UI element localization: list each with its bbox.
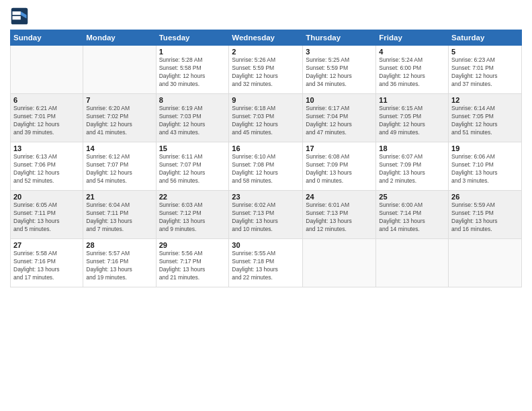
day-number: 21 xyxy=(86,193,152,201)
day-number: 4 xyxy=(379,48,445,56)
day-number: 17 xyxy=(306,144,373,152)
day-info: Sunrise: 5:57 AM Sunset: 7:16 PM Dayligh… xyxy=(86,250,152,282)
day-number: 3 xyxy=(306,48,373,56)
calendar-cell xyxy=(376,239,449,287)
col-header-thursday: Thursday xyxy=(303,30,376,46)
calendar-cell: 5Sunrise: 6:23 AM Sunset: 7:01 PM Daylig… xyxy=(449,46,522,94)
day-number: 27 xyxy=(13,241,80,249)
day-info: Sunrise: 6:17 AM Sunset: 7:04 PM Dayligh… xyxy=(306,105,373,137)
col-header-saturday: Saturday xyxy=(449,30,522,46)
svg-rect-3 xyxy=(13,16,21,19)
day-number: 9 xyxy=(232,96,300,104)
calendar-cell: 29Sunrise: 5:56 AM Sunset: 7:17 PM Dayli… xyxy=(156,239,229,287)
day-number: 10 xyxy=(306,96,373,104)
calendar-cell: 15Sunrise: 6:11 AM Sunset: 7:07 PM Dayli… xyxy=(156,142,229,191)
col-header-friday: Friday xyxy=(376,30,449,46)
day-info: Sunrise: 6:04 AM Sunset: 7:11 PM Dayligh… xyxy=(86,201,152,234)
day-number: 18 xyxy=(379,144,445,152)
calendar-cell: 20Sunrise: 6:05 AM Sunset: 7:11 PM Dayli… xyxy=(11,191,83,239)
header xyxy=(10,7,522,26)
calendar-cell: 16Sunrise: 6:10 AM Sunset: 7:08 PM Dayli… xyxy=(229,142,303,191)
day-number: 30 xyxy=(232,241,300,249)
calendar-cell: 30Sunrise: 5:55 AM Sunset: 7:18 PM Dayli… xyxy=(229,239,303,287)
calendar-cell: 21Sunrise: 6:04 AM Sunset: 7:11 PM Dayli… xyxy=(83,191,156,239)
day-info: Sunrise: 6:12 AM Sunset: 7:07 PM Dayligh… xyxy=(86,153,152,185)
calendar-cell xyxy=(11,46,83,94)
day-number: 16 xyxy=(232,144,300,152)
day-info: Sunrise: 5:26 AM Sunset: 5:59 PM Dayligh… xyxy=(232,56,300,89)
calendar: SundayMondayTuesdayWednesdayThursdayFrid… xyxy=(10,30,522,287)
day-info: Sunrise: 5:56 AM Sunset: 7:17 PM Dayligh… xyxy=(159,250,226,282)
day-number: 15 xyxy=(159,144,226,152)
day-number: 14 xyxy=(86,144,152,152)
calendar-cell: 18Sunrise: 6:07 AM Sunset: 7:09 PM Dayli… xyxy=(376,142,449,191)
day-info: Sunrise: 6:08 AM Sunset: 7:09 PM Dayligh… xyxy=(306,153,373,185)
day-number: 24 xyxy=(306,193,373,201)
calendar-cell: 9Sunrise: 6:18 AM Sunset: 7:03 PM Daylig… xyxy=(229,94,303,142)
day-info: Sunrise: 5:24 AM Sunset: 6:00 PM Dayligh… xyxy=(379,56,445,89)
day-info: Sunrise: 6:07 AM Sunset: 7:09 PM Dayligh… xyxy=(379,153,445,185)
day-number: 5 xyxy=(451,48,519,56)
svg-rect-2 xyxy=(13,11,21,15)
day-info: Sunrise: 6:18 AM Sunset: 7:03 PM Dayligh… xyxy=(232,105,300,137)
day-info: Sunrise: 6:19 AM Sunset: 7:03 PM Dayligh… xyxy=(159,105,226,137)
day-number: 12 xyxy=(451,96,519,104)
calendar-cell: 2Sunrise: 5:26 AM Sunset: 5:59 PM Daylig… xyxy=(229,46,303,94)
calendar-cell: 7Sunrise: 6:20 AM Sunset: 7:02 PM Daylig… xyxy=(83,94,156,142)
logo xyxy=(10,7,32,26)
calendar-cell: 13Sunrise: 6:13 AM Sunset: 7:06 PM Dayli… xyxy=(11,142,83,191)
day-info: Sunrise: 6:14 AM Sunset: 7:05 PM Dayligh… xyxy=(451,105,519,137)
calendar-cell: 25Sunrise: 6:00 AM Sunset: 7:14 PM Dayli… xyxy=(376,191,449,239)
day-info: Sunrise: 6:05 AM Sunset: 7:11 PM Dayligh… xyxy=(13,201,80,234)
day-number: 20 xyxy=(13,193,80,201)
day-number: 13 xyxy=(13,144,80,152)
calendar-cell: 1Sunrise: 5:28 AM Sunset: 5:58 PM Daylig… xyxy=(156,46,229,94)
day-info: Sunrise: 6:11 AM Sunset: 7:07 PM Dayligh… xyxy=(159,153,226,185)
day-number: 1 xyxy=(159,48,226,56)
day-info: Sunrise: 6:06 AM Sunset: 7:10 PM Dayligh… xyxy=(451,153,519,185)
calendar-cell: 28Sunrise: 5:57 AM Sunset: 7:16 PM Dayli… xyxy=(83,239,156,287)
day-info: Sunrise: 5:28 AM Sunset: 5:58 PM Dayligh… xyxy=(159,56,226,89)
col-header-sunday: Sunday xyxy=(11,30,83,46)
day-number: 6 xyxy=(13,96,80,104)
calendar-cell: 27Sunrise: 5:58 AM Sunset: 7:16 PM Dayli… xyxy=(11,239,83,287)
col-header-wednesday: Wednesday xyxy=(229,30,303,46)
calendar-cell: 8Sunrise: 6:19 AM Sunset: 7:03 PM Daylig… xyxy=(156,94,229,142)
day-info: Sunrise: 6:20 AM Sunset: 7:02 PM Dayligh… xyxy=(86,105,152,137)
logo-icon xyxy=(10,7,29,26)
calendar-cell: 23Sunrise: 6:02 AM Sunset: 7:13 PM Dayli… xyxy=(229,191,303,239)
col-header-monday: Monday xyxy=(83,30,156,46)
col-header-tuesday: Tuesday xyxy=(156,30,229,46)
day-info: Sunrise: 6:02 AM Sunset: 7:13 PM Dayligh… xyxy=(232,201,300,234)
day-number: 2 xyxy=(232,48,300,56)
day-info: Sunrise: 6:21 AM Sunset: 7:01 PM Dayligh… xyxy=(13,105,80,137)
day-number: 8 xyxy=(159,96,226,104)
day-number: 28 xyxy=(86,241,152,249)
day-number: 29 xyxy=(159,241,226,249)
day-number: 7 xyxy=(86,96,152,104)
day-number: 23 xyxy=(232,193,300,201)
calendar-cell: 10Sunrise: 6:17 AM Sunset: 7:04 PM Dayli… xyxy=(303,94,376,142)
day-info: Sunrise: 6:15 AM Sunset: 7:05 PM Dayligh… xyxy=(379,105,445,137)
day-info: Sunrise: 6:00 AM Sunset: 7:14 PM Dayligh… xyxy=(379,201,445,234)
day-info: Sunrise: 5:59 AM Sunset: 7:15 PM Dayligh… xyxy=(451,201,519,234)
day-number: 22 xyxy=(159,193,226,201)
day-info: Sunrise: 5:25 AM Sunset: 5:59 PM Dayligh… xyxy=(306,56,373,89)
calendar-cell xyxy=(83,46,156,94)
day-info: Sunrise: 5:58 AM Sunset: 7:16 PM Dayligh… xyxy=(13,250,80,282)
day-number: 11 xyxy=(379,96,445,104)
calendar-cell: 14Sunrise: 6:12 AM Sunset: 7:07 PM Dayli… xyxy=(83,142,156,191)
day-number: 19 xyxy=(451,144,519,152)
day-info: Sunrise: 5:55 AM Sunset: 7:18 PM Dayligh… xyxy=(232,250,300,282)
day-info: Sunrise: 6:10 AM Sunset: 7:08 PM Dayligh… xyxy=(232,153,300,185)
calendar-cell: 3Sunrise: 5:25 AM Sunset: 5:59 PM Daylig… xyxy=(303,46,376,94)
calendar-cell: 22Sunrise: 6:03 AM Sunset: 7:12 PM Dayli… xyxy=(156,191,229,239)
day-info: Sunrise: 6:03 AM Sunset: 7:12 PM Dayligh… xyxy=(159,201,226,234)
calendar-cell: 19Sunrise: 6:06 AM Sunset: 7:10 PM Dayli… xyxy=(449,142,522,191)
calendar-cell: 24Sunrise: 6:01 AM Sunset: 7:13 PM Dayli… xyxy=(303,191,376,239)
calendar-cell xyxy=(303,239,376,287)
calendar-cell xyxy=(449,239,522,287)
calendar-cell: 4Sunrise: 5:24 AM Sunset: 6:00 PM Daylig… xyxy=(376,46,449,94)
calendar-cell: 17Sunrise: 6:08 AM Sunset: 7:09 PM Dayli… xyxy=(303,142,376,191)
calendar-cell: 6Sunrise: 6:21 AM Sunset: 7:01 PM Daylig… xyxy=(11,94,83,142)
